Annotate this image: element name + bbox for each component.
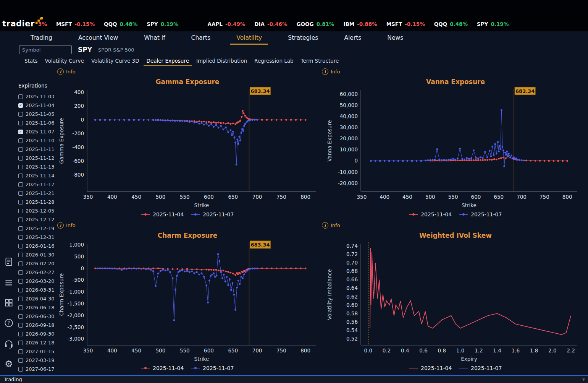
expiration-row[interactable]: 2025-11-06 xyxy=(18,118,63,127)
charm-exposure-chart: Charm Exposure1,0005000-500-1,000-1,500-… xyxy=(57,229,318,375)
expiration-row[interactable]: 2027-03-19 xyxy=(18,356,63,365)
nav-tab-trading[interactable]: Trading xyxy=(24,32,58,45)
headset-icon[interactable] xyxy=(4,339,14,349)
expiration-row[interactable]: 2025-12-12 xyxy=(18,215,63,224)
tradier-logo[interactable]: tradier xyxy=(2,17,43,28)
symbol-input[interactable] xyxy=(19,45,72,54)
expiration-row[interactable]: 2026-09-30 xyxy=(18,329,63,338)
info-button-ivol-skew[interactable]: i Info xyxy=(322,222,340,229)
expiration-checkbox[interactable] xyxy=(18,349,23,354)
expiration-checkbox[interactable] xyxy=(18,165,23,169)
menu-icon[interactable] xyxy=(4,278,14,288)
expiration-checkbox[interactable] xyxy=(18,288,23,292)
expiration-checkbox[interactable] xyxy=(18,358,23,363)
expiration-checkbox[interactable] xyxy=(18,253,23,257)
expiration-row[interactable]: ✓2025-11-07 xyxy=(18,127,63,136)
expiration-row[interactable]: 2026-03-20 xyxy=(18,277,63,286)
expiration-checkbox[interactable] xyxy=(18,235,23,240)
nav-tab-charts[interactable]: Charts xyxy=(185,32,217,45)
expiration-checkbox[interactable] xyxy=(18,332,23,336)
nav-tab-account-view[interactable]: Account View xyxy=(72,32,124,45)
expiration-row[interactable]: 2026-02-27 xyxy=(18,268,63,277)
expiration-checkbox[interactable] xyxy=(18,323,23,328)
info-button-vanna[interactable]: i Info xyxy=(322,68,340,75)
expiration-row[interactable]: 2025-11-14 xyxy=(18,171,63,180)
subtab-dealer-exposure[interactable]: Dealer Exposure xyxy=(144,56,192,66)
subtab-stats[interactable]: Stats xyxy=(21,56,40,66)
subtab-volatility-curve[interactable]: Volatility Curve xyxy=(42,56,87,66)
expiration-row[interactable]: 2025-11-05 xyxy=(18,110,63,118)
expiration-checkbox[interactable] xyxy=(18,112,23,117)
nav-tab-news[interactable]: News xyxy=(381,32,409,45)
expiration-checkbox[interactable] xyxy=(18,297,23,301)
subtab-regression-lab[interactable]: Regression Lab xyxy=(251,56,297,66)
expiration-row[interactable]: 2025-11-17 xyxy=(18,180,63,189)
expiration-checkbox[interactable] xyxy=(18,217,23,222)
nav-tab-strategies[interactable]: Strategies xyxy=(282,32,324,45)
info-button-gamma[interactable]: i Info xyxy=(57,68,76,75)
expiration-row[interactable]: 2026-06-30 xyxy=(18,312,63,321)
expiration-row[interactable]: 2026-01-30 xyxy=(18,250,63,259)
expiration-checkbox[interactable] xyxy=(18,226,23,231)
expiration-row[interactable]: 2025-12-19 xyxy=(18,224,63,233)
expiration-row[interactable]: 2025-12-31 xyxy=(18,233,63,242)
expiration-date: 2026-01-30 xyxy=(26,252,55,258)
svg-text:0.58: 0.58 xyxy=(346,310,358,316)
nav-tab-what-if[interactable]: What if xyxy=(138,32,171,45)
expiration-checkbox[interactable]: ✓ xyxy=(18,103,23,108)
expiration-checkbox[interactable] xyxy=(18,305,23,310)
expiration-row[interactable]: 2026-02-20 xyxy=(18,259,63,268)
expiration-row[interactable]: 2025-11-03 xyxy=(18,92,63,101)
expiration-checkbox[interactable] xyxy=(18,200,23,204)
document-icon[interactable] xyxy=(4,257,14,267)
expiration-checkbox[interactable] xyxy=(18,182,23,187)
expiration-row[interactable]: 2025-11-21 xyxy=(18,189,63,198)
expiration-row[interactable]: 2027-01-15 xyxy=(18,347,63,356)
help-icon[interactable]: ? xyxy=(4,318,14,328)
expiration-row[interactable]: 2026-09-18 xyxy=(18,321,63,329)
expiration-checkbox[interactable] xyxy=(18,138,23,143)
expiration-checkbox[interactable] xyxy=(18,341,23,345)
expiration-row[interactable]: 2026-12-18 xyxy=(18,338,63,347)
expiration-checkbox[interactable] xyxy=(18,270,23,275)
expiration-checkbox[interactable]: ✓ xyxy=(18,130,23,134)
svg-text:-800: -800 xyxy=(72,172,84,178)
expiration-row[interactable]: 2026-04-30 xyxy=(18,294,63,303)
expiration-checkbox[interactable] xyxy=(18,244,23,248)
expiration-row[interactable]: 2025-11-28 xyxy=(18,198,63,206)
expiration-row[interactable]: 2026-06-18 xyxy=(18,303,63,312)
settings-icon[interactable]: ⚙ xyxy=(4,359,14,368)
expiration-checkbox[interactable] xyxy=(18,191,23,196)
grid-icon[interactable] xyxy=(4,298,14,308)
svg-text:-200: -200 xyxy=(72,130,84,136)
nav-tab-alerts[interactable]: Alerts xyxy=(338,32,367,45)
expiration-row[interactable]: 2025-11-13 xyxy=(18,162,63,171)
expiration-checkbox[interactable] xyxy=(18,174,23,178)
expiration-row[interactable]: 2026-03-31 xyxy=(18,286,63,294)
subtab-implied-distribution[interactable]: Implied Distribution xyxy=(193,56,250,66)
expiration-checkbox[interactable] xyxy=(18,156,23,161)
expiration-checkbox[interactable] xyxy=(18,147,23,152)
expiration-date: 2025-11-05 xyxy=(26,111,55,117)
expiration-checkbox[interactable] xyxy=(18,121,23,125)
expiration-row[interactable]: 2026-01-16 xyxy=(18,242,63,250)
svg-text:700: 700 xyxy=(517,194,527,200)
expiration-row[interactable]: 2025-11-11 xyxy=(18,145,63,154)
expiration-date: 2025-11-17 xyxy=(26,182,55,187)
expiration-row[interactable]: 2025-11-12 xyxy=(18,154,63,162)
expiration-checkbox[interactable] xyxy=(18,261,23,266)
expiration-row[interactable]: 2025-12-05 xyxy=(18,206,63,215)
expiration-checkbox[interactable] xyxy=(18,367,23,372)
expiration-checkbox[interactable] xyxy=(18,209,23,213)
subtab-volatility-curve-3d[interactable]: Volatility Curve 3D xyxy=(88,56,142,66)
status-caret-icon[interactable]: ▼ xyxy=(582,378,588,381)
expiration-row[interactable]: 2025-11-10 xyxy=(18,136,63,145)
svg-text:1.4: 1.4 xyxy=(493,347,501,354)
expiration-checkbox[interactable] xyxy=(18,94,23,99)
expiration-checkbox[interactable] xyxy=(18,279,23,284)
expiration-row[interactable]: 2027-06-17 xyxy=(18,365,63,373)
expiration-checkbox[interactable] xyxy=(18,314,23,319)
expiration-row[interactable]: ✓2025-11-04 xyxy=(18,101,63,110)
nav-tab-volatility[interactable]: Volatility xyxy=(230,32,268,45)
subtab-term-structure[interactable]: Term Structure xyxy=(298,56,342,66)
